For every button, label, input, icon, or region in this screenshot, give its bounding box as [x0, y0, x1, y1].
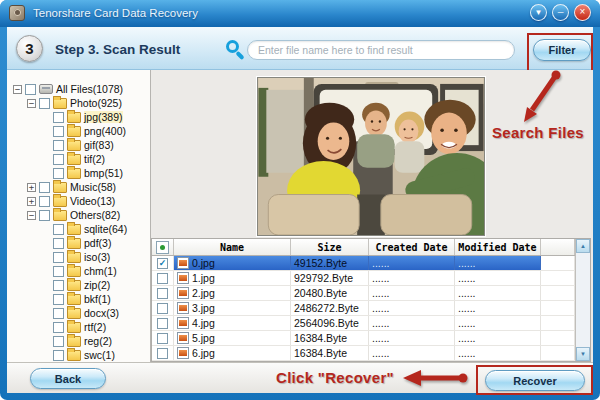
search-input[interactable] [247, 40, 515, 60]
file-name: 4.jpg [192, 317, 215, 329]
modified-date: ...... [455, 301, 541, 315]
row-filler [541, 346, 575, 360]
search-files-arrow [514, 68, 564, 126]
photo-preview [257, 77, 485, 236]
table-row[interactable]: 5.jpg 16384.Byte ...... ...... [152, 331, 575, 346]
tree-item-pdf[interactable]: pdf(3) [7, 236, 150, 250]
recover-arrow [399, 367, 471, 389]
folder-icon [67, 294, 81, 305]
tree-item-label: reg(2) [84, 335, 112, 347]
back-button[interactable]: Back [30, 368, 106, 389]
tree-checkbox[interactable] [53, 140, 64, 151]
row-checkbox[interactable]: ✓ [157, 258, 168, 269]
tree-checkbox[interactable] [39, 196, 50, 207]
tree-checkbox[interactable] [53, 294, 64, 305]
menu-chevron-button[interactable]: ▼ [530, 4, 547, 21]
tree-item-photo[interactable]: − Photo(925) [7, 96, 150, 110]
column-header-modified[interactable]: Modified Date [455, 239, 541, 255]
tree-item-docx[interactable]: docx(3) [7, 306, 150, 320]
close-button[interactable]: × [574, 4, 591, 21]
table-row[interactable]: 6.jpg 16384.Byte ...... ...... [152, 346, 575, 361]
table-row[interactable]: 4.jpg 2564096.Byte ...... ...... [152, 316, 575, 331]
column-header-filler [541, 239, 575, 255]
folder-icon [67, 350, 81, 361]
tree-checkbox[interactable] [39, 98, 50, 109]
scroll-down-button[interactable]: ▼ [576, 347, 590, 361]
tree-checkbox[interactable] [53, 350, 64, 361]
row-checkbox[interactable] [157, 318, 168, 329]
tree-checkbox[interactable] [53, 308, 64, 319]
tree-item-png[interactable]: png(400) [7, 124, 150, 138]
step-number-badge: 3 [16, 35, 43, 62]
minimize-button[interactable]: ─ [552, 4, 569, 21]
tree-item-label: sqlite(64) [84, 223, 127, 235]
select-all-cell[interactable] [152, 239, 174, 255]
tree-item-all-files[interactable]: − All Files(1078) [7, 82, 150, 96]
modified-date: ...... [455, 286, 541, 300]
table-row[interactable]: ✓ 0.jpg 49152.Byte ...... ...... [152, 256, 575, 271]
tree-item-rtf[interactable]: rtf(2) [7, 320, 150, 334]
table-scrollbar[interactable]: ▲ ▼ [575, 239, 590, 361]
folder-icon [67, 112, 81, 123]
tree-checkbox[interactable] [53, 168, 64, 179]
tree-checkbox[interactable] [53, 336, 64, 347]
folder-icon [53, 98, 67, 109]
tree-item-music[interactable]: + Music(58) [7, 180, 150, 194]
table-row[interactable]: 3.jpg 2486272.Byte ...... ...... [152, 301, 575, 316]
tree-item-bmp[interactable]: bmp(51) [7, 166, 150, 180]
row-checkbox[interactable] [157, 333, 168, 344]
tree-item-swc[interactable]: swc(1) [7, 348, 150, 362]
tree-checkbox[interactable] [53, 154, 64, 165]
modified-date: ...... [455, 271, 541, 285]
tree-checkbox[interactable] [39, 182, 50, 193]
tree-item-iso[interactable]: iso(3) [7, 250, 150, 264]
tree-item-jpg[interactable]: jpg(389) [7, 110, 150, 124]
row-checkbox[interactable] [157, 303, 168, 314]
tree-item-reg[interactable]: reg(2) [7, 334, 150, 348]
file-size: 20480.Byte [291, 286, 369, 300]
tree-item-others[interactable]: − Others(82) [7, 208, 150, 222]
image-file-icon [177, 347, 189, 359]
expander-icon[interactable]: + [27, 197, 36, 206]
tree-item-label: gif(83) [84, 139, 114, 151]
tree-checkbox[interactable] [53, 112, 64, 123]
tree-checkbox[interactable] [25, 84, 36, 95]
table-row[interactable]: 1.jpg 929792.Byte ...... ...... [152, 271, 575, 286]
expander-icon[interactable]: − [27, 211, 36, 220]
green-dot-icon [160, 245, 165, 250]
tree-item-zip[interactable]: zip(2) [7, 278, 150, 292]
created-date: ...... [369, 316, 455, 330]
expander-icon[interactable]: − [27, 99, 36, 108]
tree-item-sqlite[interactable]: sqlite(64) [7, 222, 150, 236]
tree-checkbox[interactable] [53, 252, 64, 263]
column-header-name[interactable]: Name [174, 239, 291, 255]
column-header-created[interactable]: Created Date [369, 239, 455, 255]
tree-item-chm[interactable]: chm(1) [7, 264, 150, 278]
table-body: ✓ 0.jpg 49152.Byte ...... ...... 1.jpg 9… [152, 256, 575, 361]
tree-checkbox[interactable] [39, 210, 50, 221]
tree-checkbox[interactable] [53, 266, 64, 277]
scroll-up-button[interactable]: ▲ [576, 239, 590, 253]
table-row[interactable]: 2.jpg 20480.Byte ...... ...... [152, 286, 575, 301]
app-icon [9, 5, 25, 21]
row-checkbox[interactable] [157, 288, 168, 299]
tree-checkbox[interactable] [53, 126, 64, 137]
tree-item-label: png(400) [84, 125, 126, 137]
expander-icon[interactable]: − [13, 85, 22, 94]
folder-icon [67, 224, 81, 235]
row-checkbox[interactable] [157, 273, 168, 284]
column-header-size[interactable]: Size [291, 239, 369, 255]
recover-button[interactable]: Recover [485, 370, 585, 391]
tree-item-bkf[interactable]: bkf(1) [7, 292, 150, 306]
expander-icon[interactable]: + [27, 183, 36, 192]
tree-item-tif[interactable]: tif(2) [7, 152, 150, 166]
tree-item-gif[interactable]: gif(83) [7, 138, 150, 152]
row-checkbox[interactable] [157, 348, 168, 359]
tree-checkbox[interactable] [53, 322, 64, 333]
step-title: Step 3. Scan Result [55, 42, 180, 57]
file-name: 2.jpg [192, 287, 215, 299]
tree-checkbox[interactable] [53, 280, 64, 291]
tree-item-video[interactable]: + Video(13) [7, 194, 150, 208]
tree-checkbox[interactable] [53, 238, 64, 249]
tree-checkbox[interactable] [53, 224, 64, 235]
